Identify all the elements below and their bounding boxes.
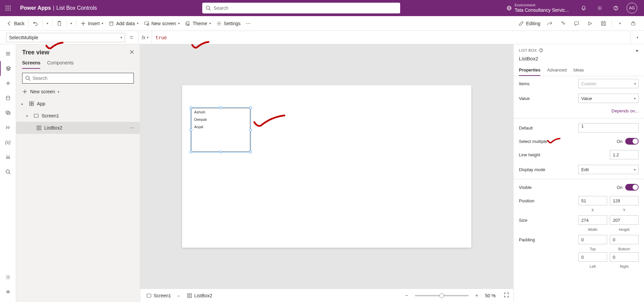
- expand-panel[interactable]: ▸: [636, 48, 639, 53]
- tree-close[interactable]: [129, 49, 135, 56]
- rail-settings[interactable]: [0, 270, 16, 285]
- control-name[interactable]: ListBox2: [514, 55, 644, 65]
- notifications-icon[interactable]: [576, 0, 592, 16]
- prop-lineheight-label: Line height: [519, 152, 540, 157]
- rail-virtual-agent[interactable]: [0, 285, 16, 299]
- list-item[interactable]: Deepak: [192, 116, 250, 123]
- svg-point-1: [8, 6, 9, 7]
- rail-variables[interactable]: (x): [0, 135, 16, 150]
- comments-button[interactable]: [570, 16, 583, 31]
- svg-point-21: [110, 21, 113, 23]
- chevron-right-icon: ▸: [21, 102, 26, 106]
- property-selector[interactable]: SelectMultiple ▾: [6, 33, 125, 42]
- theme-button[interactable]: Theme ▾: [182, 16, 214, 31]
- publish-button[interactable]: [627, 16, 640, 31]
- svg-point-41: [8, 157, 10, 158]
- tree-app[interactable]: ▸ App: [16, 98, 140, 110]
- list-item[interactable]: Ashish: [192, 108, 250, 116]
- overflow-button[interactable]: ⋯: [243, 16, 253, 31]
- breadcrumb-screen[interactable]: Screen1: [144, 293, 173, 298]
- prop-width-input[interactable]: 274: [578, 215, 607, 225]
- tab-components[interactable]: Components: [47, 60, 73, 69]
- svg-point-29: [218, 23, 220, 24]
- add-data-button[interactable]: Add data ▾: [106, 16, 141, 31]
- search-box[interactable]: [202, 3, 400, 13]
- back-button[interactable]: Back: [4, 16, 27, 31]
- search-input[interactable]: [214, 5, 397, 11]
- zoom-out[interactable]: −: [403, 293, 410, 299]
- prop-dispmode-dd[interactable]: Edit▾: [578, 165, 639, 174]
- rail-data[interactable]: [0, 91, 16, 105]
- environment-picker[interactable]: Environment Tata Consultancy Servic...: [501, 3, 569, 13]
- prop-items-dd[interactable]: Custom▾: [578, 79, 639, 88]
- zoom-in[interactable]: +: [473, 293, 480, 299]
- rail-search[interactable]: [0, 164, 16, 179]
- list-item[interactable]: Anjali: [192, 123, 250, 131]
- tree-listbox2[interactable]: ListBox2 ⋯: [16, 122, 140, 134]
- sublabel-left: Left: [578, 264, 607, 268]
- svg-line-10: [209, 9, 211, 10]
- editing-button[interactable]: Editing: [516, 16, 543, 31]
- help-icon[interactable]: [539, 48, 543, 53]
- tab-ideas[interactable]: Ideas: [573, 65, 584, 76]
- prop-height-input[interactable]: 207: [610, 215, 639, 225]
- tab-screens[interactable]: Screens: [22, 60, 40, 69]
- settings-icon[interactable]: [592, 0, 608, 16]
- rail-tools[interactable]: [0, 150, 16, 164]
- prop-default-input[interactable]: 1: [578, 123, 639, 133]
- prop-value-dd[interactable]: Value▾: [578, 94, 639, 103]
- prop-padright-input[interactable]: 0: [610, 252, 639, 262]
- prop-selmul-toggle[interactable]: On: [617, 138, 639, 145]
- canvas[interactable]: Ashish Deepak Anjali: [140, 44, 513, 289]
- prop-padleft-input[interactable]: 0: [578, 252, 607, 262]
- svg-point-6: [6, 10, 7, 11]
- clipboard-icon: [57, 21, 62, 26]
- save-split[interactable]: ▾: [613, 16, 627, 31]
- tree-search-input[interactable]: [33, 76, 131, 81]
- annotation-check-icon: [253, 114, 286, 131]
- preview-button[interactable]: [583, 16, 597, 31]
- tree-new-screen[interactable]: New screen ▾: [16, 87, 140, 98]
- app-screen[interactable]: Ashish Deepak Anjali: [182, 85, 471, 248]
- checker-button[interactable]: [556, 16, 570, 31]
- tab-properties[interactable]: Properties: [519, 65, 540, 76]
- tree-more-icon[interactable]: ⋯: [130, 125, 135, 131]
- fx-indicator[interactable]: fx ▾: [138, 31, 152, 44]
- undo-button[interactable]: [30, 16, 41, 31]
- prop-padbot-input[interactable]: 0: [610, 235, 639, 244]
- rail-tree-view[interactable]: [0, 61, 16, 76]
- insert-button[interactable]: Insert ▾: [78, 16, 106, 31]
- svg-point-51: [26, 76, 29, 80]
- formula-expand[interactable]: ▾: [631, 31, 644, 44]
- tree-search[interactable]: [22, 73, 134, 84]
- rail-media[interactable]: [0, 105, 16, 120]
- zoom-slider[interactable]: [415, 295, 469, 296]
- rail-insert[interactable]: [0, 76, 16, 91]
- avatar[interactable]: AG: [624, 0, 640, 16]
- breadcrumb-control[interactable]: ListBox2: [185, 293, 214, 298]
- prop-lineheight-input[interactable]: 1.2: [610, 150, 639, 159]
- prop-selmul-label: Select multiple: [519, 139, 547, 144]
- save-button[interactable]: [597, 16, 610, 31]
- zoom-thumb[interactable]: [439, 293, 444, 298]
- help-icon[interactable]: [608, 0, 624, 16]
- rail-flows[interactable]: [0, 120, 16, 135]
- undo-split[interactable]: ▾: [44, 16, 51, 31]
- new-screen-button[interactable]: New screen ▾: [141, 16, 182, 31]
- formula-input[interactable]: true: [152, 31, 631, 44]
- depends-link[interactable]: Depends on...: [611, 108, 639, 113]
- listbox-control[interactable]: Ashish Deepak Anjali: [191, 108, 250, 152]
- prop-padtop-input[interactable]: 0: [578, 235, 607, 244]
- share-button[interactable]: [543, 16, 556, 31]
- prop-visible-toggle[interactable]: On: [617, 184, 639, 191]
- paste-button[interactable]: [54, 16, 65, 31]
- settings-button[interactable]: Settings: [214, 16, 244, 31]
- paste-split[interactable]: ▾: [68, 16, 75, 31]
- fit-button[interactable]: [504, 292, 509, 299]
- prop-x-input[interactable]: 51: [578, 196, 607, 205]
- rail-hamburger[interactable]: [0, 46, 16, 61]
- prop-y-input[interactable]: 129: [610, 196, 639, 205]
- waffle-icon[interactable]: [0, 0, 16, 16]
- tree-screen1[interactable]: ▾ Screen1: [16, 110, 140, 122]
- tab-advanced[interactable]: Advanced: [547, 65, 567, 76]
